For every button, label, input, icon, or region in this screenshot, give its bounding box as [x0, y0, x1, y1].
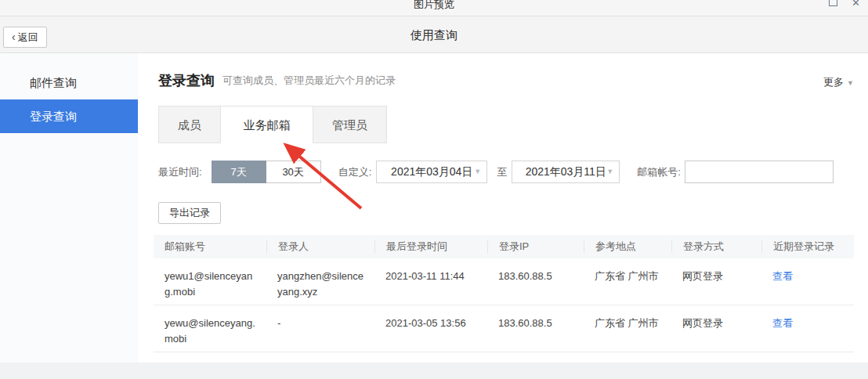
page-header: ‹返回 使用查询 [0, 16, 868, 53]
cell-user: yangzhen@silenceyang.xyz [266, 269, 374, 305]
to-label: 至 [497, 165, 507, 179]
col-login-user: 登录人 [266, 240, 374, 253]
col-recent-login-records: 近期登录记录 [761, 240, 854, 253]
date-to-value: 2021年03月11日 [526, 165, 606, 178]
cell-user: - [266, 316, 374, 352]
window-title: 图片预览 [0, 0, 868, 12]
tab-members[interactable]: 成员 [158, 106, 221, 143]
date-from-value: 2021年03月04日 [391, 165, 472, 178]
cell-account: yewu1@silenceyang.mobi [154, 269, 266, 305]
cell-method: 网页登录 [671, 316, 761, 352]
section-title: 登录查询 [158, 71, 215, 90]
cell-last-login: 2021-03-11 11:44 [374, 269, 487, 305]
login-records-table: 邮箱账号 登录人 最后登录时间 登录IP 参考地点 登录方式 近期登录记录 ye… [154, 235, 854, 352]
cell-ip: 183.60.88.5 [487, 269, 584, 305]
table-header: 邮箱账号 登录人 最后登录时间 登录IP 参考地点 登录方式 近期登录记录 [154, 235, 854, 258]
tab-business-mailbox[interactable]: 业务邮箱 [220, 106, 313, 143]
view-link[interactable]: 查看 [761, 316, 854, 352]
tab-bar: 成员 业务邮箱 管理员 [158, 106, 387, 143]
toggle-7days[interactable]: 7天 [212, 161, 266, 183]
table-row: yewu@silenceyang.mobi - 2021-03-05 13:56… [154, 305, 854, 352]
cell-location: 广东省 广州市 [584, 269, 671, 305]
filter-row: 最近时间: 7天 30天 自定义: 2021年03月04日 ▼ 至 2021年0… [158, 161, 834, 183]
cell-ip: 183.60.88.5 [487, 316, 584, 352]
sidebar: 邮件查询 登录查询 [0, 53, 138, 363]
page-title: 使用查询 [0, 16, 868, 53]
export-records-button[interactable]: 导出记录 [158, 202, 221, 224]
toggle-30days[interactable]: 30天 [266, 161, 321, 183]
chevron-down-icon: ▼ [847, 79, 854, 87]
maximize-icon[interactable] [829, 0, 837, 6]
cell-method: 网页登录 [671, 269, 761, 305]
preview-background-strip [0, 363, 868, 379]
mailbox-account-label: 邮箱帐号: [637, 165, 681, 179]
date-from-select[interactable]: 2021年03月04日 ▼ [376, 161, 487, 183]
table-row: yewu1@silenceyang.mobi yangzhen@silencey… [154, 258, 854, 305]
more-label: 更多 [823, 76, 844, 88]
mailbox-account-input[interactable] [685, 161, 834, 183]
window-titlebar: 图片预览 ✕ [0, 0, 868, 16]
cell-last-login: 2021-03-05 13:56 [374, 316, 487, 352]
chevron-down-icon: ▼ [606, 161, 613, 182]
tab-admins[interactable]: 管理员 [313, 106, 387, 143]
cell-account: yewu@silenceyang.mobi [154, 316, 266, 352]
close-icon[interactable]: ✕ [852, 0, 860, 9]
date-to-select[interactable]: 2021年03月11日 ▼ [512, 161, 620, 183]
custom-range-label: 自定义: [338, 165, 372, 179]
section-subtitle: 可查询成员、管理员最近六个月的记录 [222, 74, 396, 88]
more-dropdown[interactable]: 更多▼ [823, 75, 854, 89]
main-content: 登录查询 可查询成员、管理员最近六个月的记录 更多▼ 成员 业务邮箱 管理员 最… [138, 53, 868, 363]
col-reference-location: 参考地点 [584, 240, 671, 253]
sidebar-item-mail-query[interactable]: 邮件查询 [0, 66, 138, 99]
view-link[interactable]: 查看 [761, 269, 854, 305]
chevron-down-icon: ▼ [474, 161, 481, 182]
col-mailbox-account: 邮箱账号 [154, 240, 266, 254]
cell-location: 广东省 广州市 [584, 316, 671, 352]
col-login-method: 登录方式 [671, 240, 761, 253]
col-last-login-time: 最后登录时间 [374, 240, 487, 253]
col-login-ip: 登录IP [487, 240, 584, 253]
sidebar-item-login-query[interactable]: 登录查询 [0, 99, 138, 133]
recent-time-toggle: 7天 30天 [212, 161, 321, 183]
recent-time-label: 最近时间: [158, 165, 202, 179]
